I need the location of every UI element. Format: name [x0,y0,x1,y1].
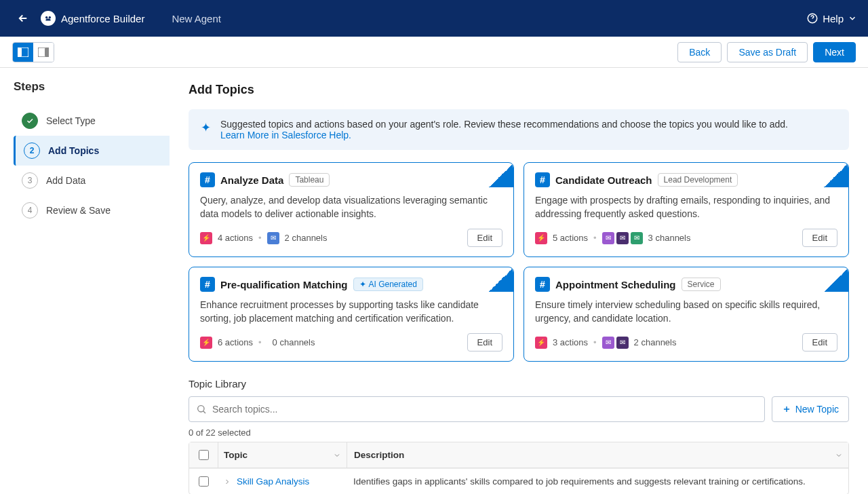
step-label: Add Data [46,175,85,186]
card-footer: ⚡ 3 actions • ✉✉ 2 channels Edit [535,333,837,352]
step-label: Add Topics [48,145,99,156]
channel-icon-purple: ✉ [602,232,614,244]
steps-heading: Steps [14,80,170,94]
topic-card[interactable]: # Appointment Scheduling Service Ensure … [524,267,849,362]
brand-icon [41,11,56,26]
channel-icon-green: ✉ [631,232,643,244]
new-topic-button[interactable]: New Topic [772,396,849,422]
step-add-topics[interactable]: 2 Add Topics [14,136,170,166]
hash-icon: # [200,172,215,187]
arrow-left-icon [17,12,29,24]
channels-count: 0 channels [273,337,315,347]
col-description[interactable]: Description [347,442,848,468]
topic-library-table: Topic Description Skill Gap Analysis Ide… [189,442,849,494]
card-header: # Appointment Scheduling Service [535,277,837,292]
svg-point-7 [198,406,204,412]
step-review-save[interactable]: 4 Review & Save [14,195,170,225]
table-header: Topic Description [189,442,848,468]
search-input[interactable] [212,404,757,415]
view-toggle [12,42,54,62]
topic-card[interactable]: # Analyze Data Tableau Query, analyze, a… [189,162,514,257]
selected-corner-icon [489,163,513,187]
actions-count: 6 actions [218,337,253,347]
col-desc-label: Description [354,450,404,460]
row-topic-name[interactable]: Skill Gap Analysis [237,476,309,487]
step-num: 3 [22,172,38,189]
next-button[interactable]: Next [813,42,856,62]
sparkle-icon: ✦ [359,280,366,289]
select-all-checkbox[interactable] [199,450,209,460]
search-icon [196,404,207,415]
card-header: # Pre-qualification Matching ✦ AI Genera… [200,277,502,292]
actions-count: 5 actions [553,233,588,243]
topic-card[interactable]: # Candidate Outreach Lead Development En… [524,162,849,257]
edit-button[interactable]: Edit [802,333,837,352]
bolt-icon: ⚡ [535,232,547,244]
new-topic-label: New Topic [795,404,839,415]
row-checkbox[interactable] [199,476,209,487]
steps-sidebar: Steps Select Type 2 Add Topics 3 Add Dat… [0,68,170,494]
svg-point-1 [49,16,52,19]
card-header: # Analyze Data Tableau [200,172,502,187]
actions-count: 3 actions [553,337,588,347]
channel-icons: ✉ [267,232,279,244]
step-select-type[interactable]: Select Type [14,106,170,136]
card-title: Analyze Data [220,174,283,186]
chevron-down-icon [848,14,857,23]
bolt-icon: ⚡ [200,337,212,349]
banner-link[interactable]: Learn More in Salesforce Help. [220,130,351,140]
selected-corner-icon [489,267,513,292]
step-num-icon [22,113,38,129]
card-tag: Service [682,278,721,291]
view-panel-left-button[interactable] [13,43,33,62]
table-row[interactable]: Skill Gap Analysis Identifies gaps in ap… [189,468,848,494]
step-add-data[interactable]: 3 Add Data [14,166,170,195]
col-topic[interactable]: Topic [218,442,347,468]
channels-count: 3 channels [648,233,691,243]
chevron-right-icon[interactable] [223,478,231,486]
hash-icon: # [535,172,550,187]
card-description: Engage with prospects by drafting emails… [535,194,837,221]
chevron-down-icon [333,451,341,459]
back-button[interactable]: Back [677,42,722,62]
brand-name: Agentforce Builder [61,13,144,24]
channel-icons: ✉✉✉ [602,232,643,244]
panel-left-icon [18,48,28,57]
step-num: 2 [24,142,40,159]
selected-count: 0 of 22 selected [189,428,849,438]
topic-card[interactable]: # Pre-qualification Matching ✦ AI Genera… [189,267,514,362]
edit-button[interactable]: Edit [802,229,837,247]
panel-right-icon [38,48,49,57]
edit-button[interactable]: Edit [467,229,502,247]
svg-point-0 [45,16,48,19]
info-banner: ✦ Suggested topics and actions based on … [189,109,849,150]
col-topic-label: Topic [224,450,248,460]
step-label: Review & Save [46,205,111,216]
back-arrow-button[interactable] [11,6,35,31]
card-tag: Lead Development [658,173,738,187]
search-box[interactable] [189,396,765,422]
channel-icon-purple: ✉ [602,337,614,349]
hash-icon: # [535,277,550,292]
help-label: Help [823,13,844,24]
save-draft-button[interactable]: Save as Draft [727,42,808,62]
row-topic-cell: Skill Gap Analysis [218,469,347,494]
card-header: # Candidate Outreach Lead Development [535,172,837,187]
separator-dot: • [593,337,597,347]
edit-button[interactable]: Edit [467,333,502,352]
selected-corner-icon [824,163,848,187]
header-subtitle: New Agent [172,13,221,24]
library-controls: New Topic [189,396,849,422]
row-desc-cell: Identifies gaps in applicants' skills co… [347,469,848,494]
info-text: Suggested topics and actions based on yo… [220,119,788,140]
help-menu[interactable]: Help [806,12,857,24]
bolt-icon: ⚡ [200,232,212,244]
card-footer: ⚡ 5 actions • ✉✉✉ 3 channels Edit [535,229,837,247]
channels-count: 2 channels [285,233,328,243]
topic-cards-grid: # Analyze Data Tableau Query, analyze, a… [189,162,849,362]
step-label: Select Type [46,115,96,126]
view-panel-right-button[interactable] [33,43,54,62]
chevron-down-icon [835,451,843,459]
brand: Agentforce Builder [41,11,144,26]
bolt-icon: ⚡ [535,337,547,349]
